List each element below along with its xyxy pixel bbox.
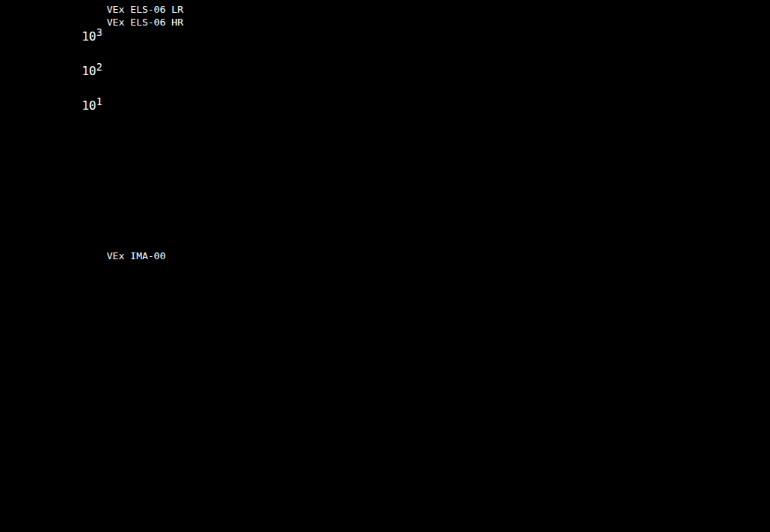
els-spectrogram-canvas [105,32,535,135]
ima-spectrogram-canvas [105,264,535,368]
y-tick-label: 101 [69,96,102,113]
y-tick-label: 102 [69,62,102,78]
altitude-sza-lineplot-canvas [105,379,535,477]
panel3-title: VEx IMA-00 [107,250,165,261]
ei-colorbar-canvas [660,33,671,129]
def-colorbar-canvas [647,268,658,367]
panel1-title-line2: VEx ELS-06 HR [107,17,183,28]
vex-quicklook-plot-page: VEx ELS-06 LR VEx ELS-06 HR VEx IMA-00 1… [0,0,770,532]
panel1-title-line1: VEx ELS-06 LR [107,4,183,15]
intensity-bfield-lineplot-canvas [105,140,535,242]
y-tick-label: 103 [69,27,102,44]
